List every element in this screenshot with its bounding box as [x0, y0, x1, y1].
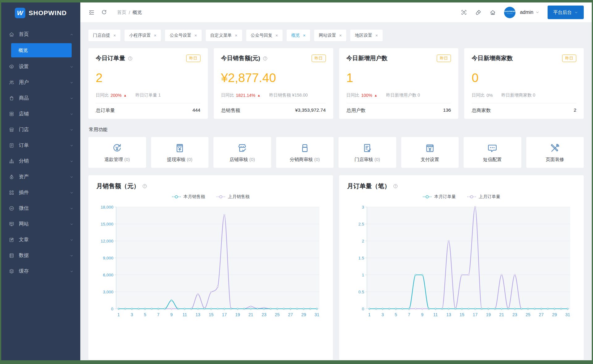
close-icon[interactable]: × [113, 33, 116, 38]
quick-function-8[interactable]: 页面装修 [526, 137, 584, 168]
gear-icon [9, 64, 15, 70]
sidebar-item-data[interactable]: 数据 [1, 248, 80, 263]
tab-6-active[interactable]: 概览× [287, 30, 310, 41]
refund-icon [111, 143, 123, 154]
withdraw-icon [174, 143, 185, 154]
trend-up-icon: ▲ [374, 93, 377, 97]
bag-icon [9, 95, 15, 101]
chevron-down-icon [70, 191, 74, 195]
quick-function-4[interactable]: 分销商审核 (0) [276, 137, 334, 168]
tab-5[interactable]: 公众号回复× [246, 30, 283, 41]
sidebar-subitem-overview[interactable]: 概览 [11, 43, 72, 57]
quick-function-6[interactable]: 支付设置 [401, 137, 459, 168]
quick-function-1[interactable]: 退款管理 (0) [88, 137, 146, 168]
quick-function-7[interactable]: 短信配置 [464, 137, 521, 168]
compare-label: 日同比 [347, 93, 360, 98]
help-icon[interactable] [263, 56, 268, 61]
sidebar-item-website[interactable]: 网站 [1, 216, 80, 232]
stat-card-4: 今日新增商家数 昨日 0 日同比 0% 昨日新增商家数 0 总商家数 2 [464, 48, 584, 119]
quick-function-2[interactable]: 提现审核 (0) [151, 137, 209, 168]
site-icon [9, 221, 15, 227]
plugin-icon [9, 190, 15, 196]
chevron-down-icon [70, 270, 74, 273]
sidebar-item-distribution[interactable]: 分销 [1, 153, 80, 169]
total-label: 总商家数 [472, 107, 491, 114]
platform-button-label: 平台后台 [553, 10, 572, 15]
tab-7[interactable]: 网站设置× [314, 30, 346, 41]
help-icon[interactable] [128, 56, 133, 61]
sidebar-item-assets[interactable]: 资产 [1, 169, 80, 185]
tab-label: 地区设置 [355, 33, 372, 38]
sidebar-item-label: 微信 [19, 205, 29, 212]
user-avatar[interactable]: SHOPWIND ••••••• [504, 7, 515, 18]
breadcrumb-home[interactable]: 首页 [117, 10, 126, 15]
quick-function-3[interactable]: 店铺审核 (0) [213, 137, 271, 168]
tab-label: 自定义菜单 [210, 33, 232, 38]
sidebar-item-label: 资产 [19, 174, 29, 180]
legend-item-2[interactable]: 上月订单量 [467, 194, 500, 200]
refresh-icon[interactable] [101, 9, 107, 15]
svg-text:9,000: 9,000 [103, 256, 113, 260]
svg-text:5: 5 [395, 312, 397, 317]
sidebar-item-articles[interactable]: 文章 [1, 232, 80, 248]
sidebar-item-cache[interactable]: 缓存 [1, 263, 80, 279]
legend-label: 上月订单量 [479, 194, 500, 200]
chart-card-1: 月销售额（元） 本月销售额 上月销售额 03,0006,0009,00012,0… [88, 175, 333, 360]
help-icon[interactable] [142, 184, 147, 189]
close-icon[interactable]: × [303, 33, 305, 38]
sidebar-item-shop[interactable]: 店铺 [1, 106, 80, 122]
fullscreen-icon[interactable] [461, 9, 467, 15]
tab-2[interactable]: 小程序设置× [124, 30, 161, 41]
svg-text:17: 17 [473, 312, 478, 317]
total-label: 总销售额 [221, 107, 240, 114]
compare-value: 0% [486, 93, 493, 98]
sidebar-item-home[interactable]: 首页 [1, 27, 80, 42]
svg-text:17: 17 [222, 312, 227, 317]
close-icon[interactable]: × [194, 33, 197, 38]
close-icon[interactable]: × [235, 33, 238, 38]
tab-4[interactable]: 自定义菜单× [206, 30, 242, 41]
stat-card-1: 今日订单量 昨日 2 日同比 200% ▲ 昨日订单量 1 总订单量 444 [88, 48, 208, 119]
home-icon[interactable] [490, 9, 496, 16]
tab-3[interactable]: 公众号设置× [165, 30, 201, 41]
tab-8[interactable]: 地区设置× [350, 30, 382, 41]
close-icon[interactable]: × [339, 33, 342, 38]
legend-item-1[interactable]: 本月订单量 [423, 194, 456, 200]
platform-button[interactable]: 平台后台 [548, 6, 584, 19]
trend-up-icon: ▲ [257, 93, 261, 97]
sidebar-item-users[interactable]: 用户 [1, 75, 80, 90]
menu-fold-icon[interactable] [88, 9, 95, 16]
user-menu[interactable]: admin [520, 10, 540, 15]
users-icon [9, 80, 15, 86]
sidebar-item-wechat[interactable]: 微信 [1, 201, 80, 216]
svg-text:11: 11 [183, 312, 187, 317]
help-icon[interactable] [393, 184, 398, 189]
stat-title: 今日新增商家数 [472, 54, 513, 62]
sidebar-item-plugins[interactable]: 插件 [1, 185, 80, 201]
svg-text:7: 7 [408, 312, 410, 317]
quick-function-5[interactable]: 门店审核 (0) [339, 137, 396, 168]
legend-item-2[interactable]: 上月销售额 [216, 194, 250, 200]
quick-function-label: 退款管理 (0) [104, 157, 130, 163]
chevron-down-icon [70, 65, 74, 69]
close-icon[interactable]: × [275, 33, 278, 38]
chevron-down-icon [574, 10, 578, 14]
sidebar-item-goods[interactable]: 商品 [1, 90, 80, 106]
sidebar-item-settings[interactable]: 设置 [1, 59, 80, 75]
chevron-down-icon [70, 222, 74, 226]
chart-title: 月销售额（元） [96, 182, 140, 190]
svg-text:15,000: 15,000 [101, 222, 113, 226]
svg-text:18,000: 18,000 [101, 205, 113, 209]
svg-text:1: 1 [117, 312, 120, 317]
clear-cache-brush-icon[interactable] [475, 9, 482, 16]
close-icon[interactable]: × [154, 33, 156, 38]
quick-function-label: 支付设置 [421, 157, 439, 163]
sidebar-item-stores[interactable]: 门店 [1, 122, 80, 138]
legend-item-1[interactable]: 本月销售额 [172, 194, 205, 200]
shop-icon [9, 111, 15, 117]
tab-1[interactable]: 门店自提× [88, 30, 120, 41]
stat-value: 0 [472, 72, 576, 84]
sidebar-item-orders[interactable]: 订单 [1, 138, 80, 153]
close-icon[interactable]: × [375, 33, 378, 38]
compare-value: 100% [361, 93, 372, 98]
